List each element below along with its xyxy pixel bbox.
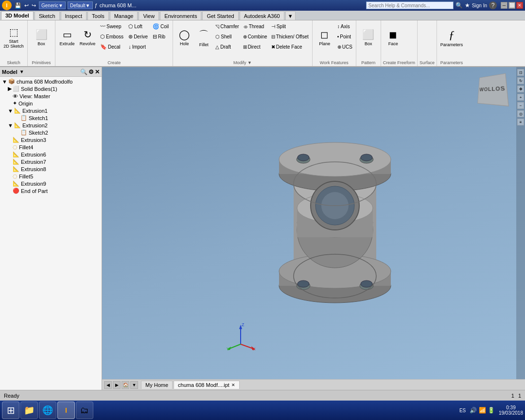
svg-point-17 [298,154,309,161]
tree-item-root[interactable]: ▼ 📦 chuma 608 Modfrodolfo [0,78,102,85]
nav-dropdown-btn[interactable]: ▼ [130,381,138,389]
tab-3dmodel[interactable]: 3D Model [1,11,34,20]
tree-item-extrusion1[interactable]: ▼ 📐 Extrusion1 [0,107,102,114]
tree-item-view-master[interactable]: ▶ 👁 View: Master [0,92,102,100]
tree-item-extrusion9[interactable]: ▶ 📐 Extrusion9 [0,180,102,187]
pattern-box-btn[interactable]: ⬜ Box [358,21,379,53]
3d-viewport[interactable]: WOLLOS [102,67,525,379]
plane-btn[interactable]: ◻ Plane [315,21,335,53]
inventor-btn[interactable]: I [57,402,75,419]
help-icon[interactable]: ? [489,1,497,9]
model-panel-dropdown-icon[interactable]: ▼ [19,69,24,74]
tree-item-extrusion3[interactable]: ▶ 📐 Extrusion3 [0,136,102,143]
tree-item-extrusion2[interactable]: ▼ 📐 Extrusion2 [0,122,102,129]
start-btn[interactable]: ⊞ [2,402,19,419]
search-input[interactable] [366,1,454,9]
tab-view[interactable]: View [139,11,159,20]
language-indicator[interactable]: ES [459,408,466,413]
hole-btn[interactable]: ◯ Hole [175,21,193,53]
decal-btn[interactable]: 🔖Decal [98,42,125,52]
svg-point-19 [298,280,309,287]
zoom-fit-btn[interactable]: ⊡ [517,69,524,76]
rib-btn[interactable]: ⊟Rib [151,32,171,41]
undo-btn[interactable]: ↩ [23,2,30,9]
split-btn[interactable]: ⊣Split [270,21,310,31]
parameters-btn[interactable]: ƒ Parameters [439,21,464,53]
tab-environments[interactable]: Environments [160,11,201,20]
bookmark-icon[interactable]: ★ [465,2,470,9]
model-settings-icon[interactable]: ⚙ [88,69,94,75]
tab-more[interactable]: ▼ [285,11,296,20]
ucs-btn[interactable]: ⊕UCS [336,42,354,52]
explorer-btn[interactable]: 📁 [20,402,38,419]
tab-getstarted[interactable]: Get Started [202,11,238,20]
tree-item-sketch1[interactable]: ▶ 📋 Sketch1 [0,114,102,122]
tab-my-home[interactable]: My Home [141,381,173,389]
tab-manage[interactable]: Manage [110,11,138,20]
sign-in-btn[interactable]: Sign In [472,3,487,8]
nav-home-btn[interactable]: 🏠 [122,381,129,389]
zoom-out-btn[interactable]: − [517,102,524,109]
app-logo[interactable]: I [2,0,12,10]
files-btn[interactable]: 🗂 [76,402,93,419]
thread-btn[interactable]: ⌯Thread [242,21,269,31]
sidebar-close-icon[interactable]: ✕ [95,69,100,75]
tree-item-solid-bodies[interactable]: ▶ ⬜ Solid Bodies(1) [0,85,102,92]
tab-tools[interactable]: Tools [88,11,109,20]
tree-item-fillet5[interactable]: ▶ ◌ Fillet5 [0,173,102,180]
face-btn[interactable]: ◼ Face [383,21,403,53]
sweep-btn[interactable]: 〰Sweep [98,21,125,31]
tab-sketch[interactable]: Sketch [35,11,60,20]
delete-face-btn[interactable]: ✖Delete Face [270,42,310,52]
pan-btn[interactable]: ✥ [517,86,524,92]
model-filter-icon[interactable]: 🔍 [80,69,88,75]
coil-btn[interactable]: 🌀Coil [151,21,171,31]
style-selector[interactable]: Default ▼ [68,1,93,9]
chamfer-btn[interactable]: ◹Chamfer [214,21,240,31]
look-at-btn[interactable]: ◎ [517,110,524,117]
emboss-btn[interactable]: ⬡Emboss [98,32,125,41]
full-nav-btn[interactable]: ≡ [517,119,524,125]
thicken-btn[interactable]: ⊟Thicken/ Offset [270,32,310,41]
start-2d-sketch-btn[interactable]: ⬚ Start2D Sketch [2,21,25,53]
minimize-btn[interactable]: ─ [501,2,508,9]
tab-close-icon[interactable]: ✕ [231,383,235,387]
tree-item-extrusion6[interactable]: ▶ 📐 Extrusion6 [0,151,102,158]
tree-item-end-of-part[interactable]: ▶ 🔴 End of Part [0,187,102,194]
tree-item-origin[interactable]: ▶ ✦ Origin [0,100,102,107]
nav-prev-btn[interactable]: ◀ [104,381,112,389]
tab-inspect[interactable]: Inspect [61,11,87,20]
tree-item-extrusion7[interactable]: ▶ 📐 Extrusion7 [0,158,102,165]
revolve-btn[interactable]: ↻ Revolve [78,21,97,53]
point-btn[interactable]: •Point [336,32,354,41]
close-btn[interactable]: ✕ [516,2,523,9]
shell-btn[interactable]: ⬡Shell [214,32,240,41]
nav-next-btn[interactable]: ▶ [113,381,121,389]
axis-btn[interactable]: ↕Axis [336,21,354,31]
restore-btn[interactable]: ⬜ [508,2,515,9]
direct-btn[interactable]: ⊞Direct [242,42,269,52]
tree-item-extrusion8[interactable]: ▶ 📐 Extrusion8 [0,165,102,173]
tree-item-fillet4[interactable]: ▶ ◌ Fillet4 [0,143,102,151]
combine-btn[interactable]: ⊕Combine [242,32,269,41]
chrome-btn[interactable]: 🌐 [39,402,56,419]
import-btn[interactable]: ↓Import [126,42,150,52]
svg-text:Y: Y [227,347,229,351]
model-panel-title: Model [2,69,18,75]
save-btn[interactable]: 💾 [14,2,22,9]
viewcube[interactable]: WOLLOS [476,74,510,108]
box-btn[interactable]: ⬜ Box [30,21,53,53]
redo-btn[interactable]: ↪ [31,2,37,9]
page-total: 1 [518,393,521,399]
workspace-selector[interactable]: Generic ▼ [39,1,66,9]
loft-btn[interactable]: ⬠Loft [126,21,150,31]
zoom-in-btn[interactable]: + [517,94,524,101]
fillet-btn[interactable]: ⌒ Fillet [194,21,213,53]
draft-btn[interactable]: △Draft [214,42,240,52]
tab-part[interactable]: chuma 608 Modf....ipt ✕ [174,381,240,389]
extrude-btn[interactable]: ▭ Extrude [57,21,77,53]
tab-a360[interactable]: Autodesk A360 [240,11,284,20]
rotate-btn[interactable]: ↻ [517,77,524,84]
tree-item-sketch2[interactable]: ▶ 📋 Sketch2 [0,129,102,136]
derive-btn[interactable]: ⊛Derive [126,32,150,41]
